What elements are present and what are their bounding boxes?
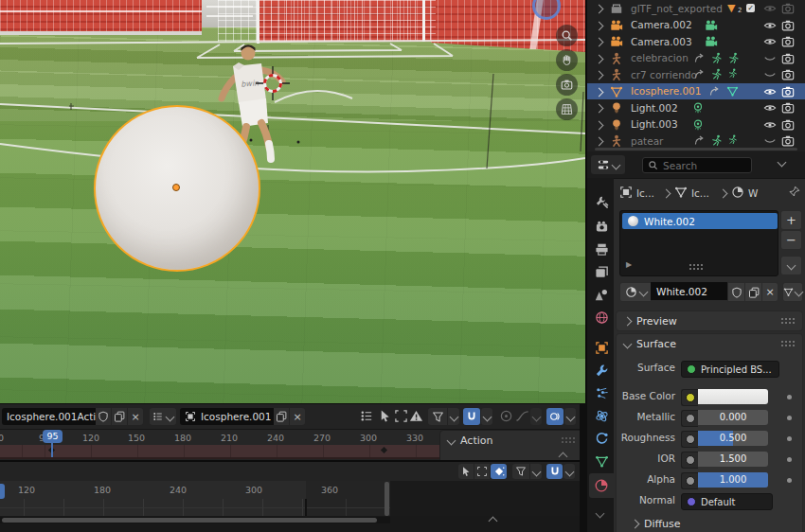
render-camera-icon[interactable] bbox=[781, 2, 795, 15]
hide-eye-icon[interactable] bbox=[763, 19, 777, 32]
tab-render[interactable] bbox=[589, 216, 614, 237]
auto-keyframe-button[interactable] bbox=[491, 464, 507, 479]
animate-dot[interactable] bbox=[787, 416, 792, 420]
hide-eye-icon[interactable] bbox=[763, 118, 777, 132]
diffuse-subpanel-header[interactable]: Diffuse bbox=[624, 514, 681, 532]
outliner-row-celebracion[interactable]: celebracion bbox=[587, 50, 805, 67]
hide-eye-icon[interactable] bbox=[763, 35, 777, 48]
disclosure-icon[interactable] bbox=[595, 120, 604, 130]
render-camera-icon[interactable] bbox=[781, 52, 795, 65]
select-cursor-icon[interactable] bbox=[378, 409, 392, 423]
remove-slot-button[interactable]: − bbox=[780, 230, 802, 250]
hide-eye-closed-icon[interactable] bbox=[763, 68, 777, 81]
timeline-ruler[interactable]: 120 180 240 300 360 bbox=[0, 481, 580, 499]
h-scrollbar-thumb[interactable] bbox=[2, 518, 377, 523]
fake-user-button[interactable] bbox=[727, 282, 745, 302]
tab-physics[interactable] bbox=[589, 405, 614, 426]
outliner-row-patear[interactable]: patear bbox=[587, 133, 805, 150]
base-color-swatch[interactable] bbox=[698, 389, 768, 404]
animate-dot[interactable] bbox=[787, 457, 792, 462]
action-id-field[interactable]: Icosphere.001 bbox=[180, 408, 282, 425]
preview-panel[interactable]: Preview bbox=[616, 310, 803, 331]
tab-view-layer[interactable] bbox=[589, 261, 614, 282]
animate-dot[interactable] bbox=[787, 436, 792, 441]
falloff-dropdown[interactable] bbox=[530, 408, 542, 425]
normal-button[interactable]: Default bbox=[681, 493, 773, 510]
action-fake-user-button[interactable] bbox=[96, 408, 111, 425]
alpha-slider[interactable]: 1.000 bbox=[698, 472, 768, 488]
proportional-edit-icon[interactable] bbox=[499, 409, 513, 423]
filter-button[interactable] bbox=[428, 408, 447, 425]
keyframe-diamond[interactable] bbox=[381, 447, 387, 453]
disclosure-icon[interactable] bbox=[595, 87, 604, 97]
region-expand-caret[interactable] bbox=[489, 517, 498, 526]
tabs-overflow-chevron[interactable] bbox=[597, 507, 603, 520]
disclosure-icon[interactable] bbox=[595, 104, 604, 114]
browse-material-button[interactable] bbox=[619, 282, 652, 302]
material-slot-active[interactable]: White.002 bbox=[622, 213, 778, 229]
outliner-row-cr7-corriendo[interactable]: cr7 corriendo bbox=[587, 66, 805, 83]
unlink-material-button[interactable]: × bbox=[761, 282, 778, 302]
disclosure-icon[interactable] bbox=[595, 5, 604, 14]
panel-grip[interactable] bbox=[561, 436, 575, 444]
tab-particles[interactable] bbox=[589, 382, 614, 403]
disclosure-icon[interactable] bbox=[595, 137, 604, 147]
tab-object[interactable] bbox=[589, 337, 614, 358]
icosphere-object[interactable] bbox=[94, 105, 260, 272]
tab-tool[interactable] bbox=[589, 191, 614, 212]
outliner-row-light002[interactable]: Light.002 bbox=[587, 99, 805, 116]
breadcrumb-data[interactable]: Ic... bbox=[691, 187, 709, 199]
camera-view-gizmo[interactable] bbox=[556, 74, 578, 96]
breadcrumb-object[interactable]: Ic... bbox=[636, 187, 654, 199]
keying-dropdown[interactable] bbox=[564, 408, 576, 425]
slot-specials-button[interactable] bbox=[780, 256, 802, 275]
falloff-curve-icon[interactable] bbox=[515, 409, 529, 423]
pin-icon[interactable] bbox=[788, 186, 800, 198]
editor-separator[interactable] bbox=[580, 403, 587, 532]
v-scrollbar-thumb[interactable] bbox=[385, 482, 389, 516]
render-camera-icon[interactable] bbox=[781, 19, 795, 32]
animate-dot[interactable] bbox=[787, 478, 792, 483]
tab-modifiers[interactable] bbox=[589, 360, 614, 381]
render-camera-icon[interactable] bbox=[781, 35, 795, 48]
select-cursor-button[interactable] bbox=[458, 464, 474, 479]
outliner-scrollbar[interactable] bbox=[595, 148, 797, 151]
action-unlink-button[interactable]: × bbox=[128, 408, 143, 425]
render-camera-icon[interactable] bbox=[781, 68, 795, 81]
playhead-current-frame[interactable]: 95 bbox=[43, 430, 63, 443]
snap-dropdown[interactable] bbox=[481, 408, 492, 425]
action-panel-header[interactable]: Action bbox=[440, 431, 581, 450]
panel-grip[interactable] bbox=[780, 340, 795, 347]
hide-eye-icon[interactable] bbox=[763, 85, 777, 98]
disclosure-icon[interactable] bbox=[595, 38, 604, 47]
snap-button[interactable] bbox=[463, 408, 480, 425]
ior-slider[interactable]: 1.500 bbox=[698, 452, 768, 467]
render-camera-icon[interactable] bbox=[781, 101, 795, 115]
snap-dropdown[interactable] bbox=[564, 464, 575, 479]
editor-type-button[interactable] bbox=[591, 155, 625, 174]
tab-output[interactable] bbox=[589, 239, 614, 259]
roughness-slider[interactable]: 0.500 bbox=[698, 431, 768, 446]
surface-shader-button[interactable]: Principled BS... bbox=[681, 361, 779, 378]
pan-gizmo[interactable] bbox=[556, 49, 578, 71]
hide-eye-icon[interactable] bbox=[763, 101, 777, 115]
3d-viewport[interactable]: bwin bbox=[0, 0, 585, 403]
id-unlink-button[interactable]: × bbox=[290, 408, 305, 425]
display-mode-dropdown[interactable] bbox=[150, 408, 176, 425]
hide-eye-closed-icon[interactable] bbox=[763, 52, 777, 65]
metallic-slider[interactable]: 0.000 bbox=[698, 410, 768, 425]
outliner-row-collection[interactable]: glTF_not_exported ▼ 2 ✓ bbox=[587, 0, 805, 17]
scrollbar-fragment[interactable] bbox=[0, 484, 5, 499]
breadcrumb-material[interactable]: W bbox=[748, 187, 758, 199]
tab-scene[interactable] bbox=[589, 284, 614, 305]
surface-panel-header[interactable]: Surface bbox=[617, 334, 802, 353]
duplicate-material-button[interactable] bbox=[744, 282, 762, 302]
nodetree-button[interactable] bbox=[782, 282, 803, 302]
hide-eye-icon[interactable] bbox=[763, 2, 777, 15]
material-name-field[interactable]: White.002 bbox=[651, 282, 732, 300]
properties-search-input[interactable]: Search bbox=[642, 157, 752, 173]
properties-options-button[interactable] bbox=[778, 159, 785, 166]
tab-material[interactable] bbox=[589, 473, 614, 498]
zoom-gizmo[interactable] bbox=[556, 25, 578, 46]
outliner-row-light003[interactable]: Light.003 bbox=[587, 116, 805, 133]
